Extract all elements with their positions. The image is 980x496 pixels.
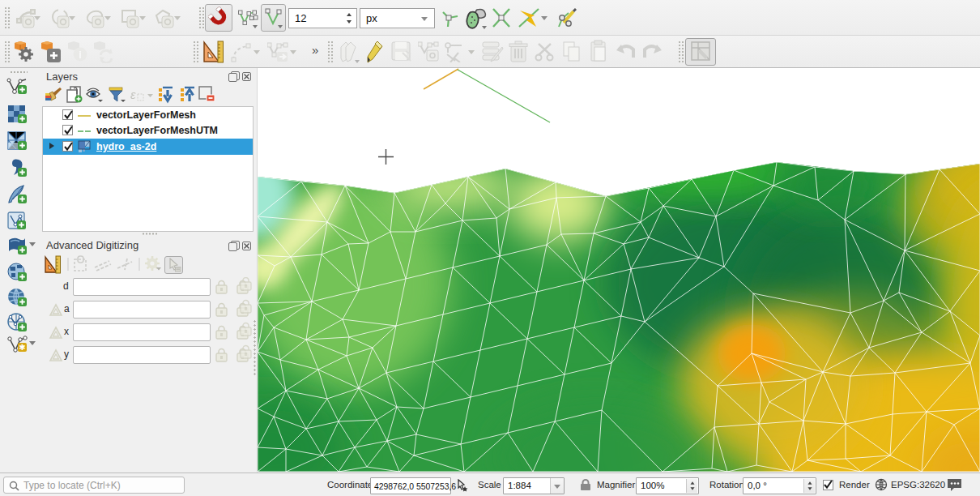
- svg-text:ε: ε: [130, 88, 136, 101]
- svg-text:i: i: [79, 49, 82, 61]
- svg-text:✱: ✱: [19, 343, 25, 352]
